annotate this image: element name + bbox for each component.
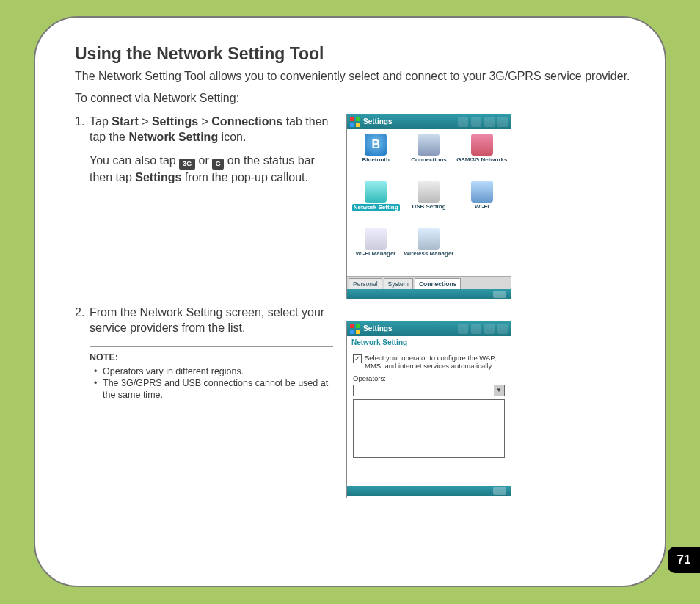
wireless-manager-label: Wireless Manager: [404, 251, 454, 257]
step-1-netset: Network Setting: [128, 131, 218, 143]
screenshot2-bottom-bar: [347, 486, 511, 496]
gsm-3g-icon: [471, 134, 493, 156]
keyboard-icon[interactable]: [493, 487, 506, 495]
titlebar-button[interactable]: [484, 117, 495, 127]
step-1-connections: Connections: [211, 115, 282, 128]
note-block: NOTE: Operators vary in different region…: [90, 346, 333, 408]
screenshot2-titlebar: Settings: [347, 321, 511, 336]
network-setting-label: Network Setting: [352, 204, 400, 211]
steps-list: 1. Tap Start > Settings > Connections ta…: [75, 114, 333, 408]
screenshot1-bottom-bar: [347, 289, 511, 299]
step-1-settings: Settings: [152, 115, 198, 128]
operators-label: Operators:: [353, 374, 505, 382]
gsm-3g-icon-item[interactable]: GSM/3G Networks: [456, 134, 508, 179]
screenshot1-title: Settings: [363, 117, 392, 125]
wifi-manager-icon: [365, 228, 387, 250]
keyboard-icon[interactable]: [493, 291, 506, 298]
page-number-tab: 71: [668, 547, 700, 573]
bluetooth-icon-item[interactable]: Bluetooth: [350, 134, 401, 179]
wireless-manager-icon-item[interactable]: Wireless Manager: [403, 228, 454, 273]
page-title: Using the Network Setting Tool: [75, 44, 631, 64]
close-icon[interactable]: [497, 117, 508, 127]
step-1-mid2: icon.: [218, 131, 246, 143]
bluetooth-label: Bluetooth: [362, 157, 390, 163]
connections-icon: [418, 134, 440, 156]
note-list: Operators vary in different regions. The…: [90, 365, 333, 401]
titlebar-button[interactable]: [458, 324, 468, 334]
manual-page: Using the Network Setting Tool The Netwo…: [34, 16, 666, 587]
usb-setting-icon: [418, 181, 440, 203]
note-bullet-1: Operators vary in different regions.: [94, 365, 333, 377]
titlebar-button[interactable]: [458, 117, 468, 127]
screenshot-network-setting: Settings Network Setting ✓ Select your o…: [346, 321, 511, 498]
titlebar-button[interactable]: [484, 324, 495, 334]
step-1-or: or: [195, 154, 212, 167]
step-1-settings2: Settings: [135, 171, 181, 183]
usb-setting-icon-item[interactable]: USB Setting: [403, 181, 454, 226]
ok-icon[interactable]: [497, 324, 508, 334]
tab-system[interactable]: System: [384, 278, 413, 289]
operators-dropdown[interactable]: ▼: [353, 385, 505, 396]
windows-start-icon[interactable]: [350, 324, 360, 334]
step-1: 1. Tap Start > Settings > Connections ta…: [75, 114, 333, 297]
step-1-line2c: from the pop-up callout.: [181, 171, 308, 183]
wifi-icon-item[interactable]: Wi-Fi: [456, 181, 508, 226]
step-1-start: Start: [112, 115, 138, 128]
note-bullet-2: The 3G/GPRS and USB connections cannot b…: [94, 377, 333, 401]
wifi-manager-icon-item[interactable]: Wi-Fi Manager: [350, 228, 401, 273]
auto-config-desc: Select your operator to configure the WA…: [365, 354, 505, 371]
left-column: 1. Tap Start > Settings > Connections ta…: [75, 114, 333, 498]
auto-config-checkbox[interactable]: ✓: [353, 354, 362, 363]
wifi-icon: [471, 181, 493, 203]
3g-icon: 3G: [179, 159, 195, 170]
connections-icon-item[interactable]: Connections: [403, 134, 454, 179]
windows-start-icon[interactable]: [350, 117, 360, 127]
gsm-3g-label: GSM/3G Networks: [456, 157, 507, 163]
network-setting-icon: [365, 181, 387, 203]
right-column: Settings Bluetooth Connections GSM/3G Ne…: [346, 114, 511, 498]
titlebar-button[interactable]: [471, 324, 481, 334]
step-1-line2a: You can also tap: [90, 154, 179, 167]
screenshot2-subheader: Network Setting: [347, 336, 511, 349]
usb-setting-label: USB Setting: [412, 204, 445, 210]
wifi-manager-label: Wi-Fi Manager: [356, 251, 396, 257]
step-1-number: 1.: [75, 114, 84, 130]
network-setting-icon-item[interactable]: Network Setting: [350, 181, 401, 226]
operators-dropdown-value: [354, 385, 494, 396]
settings-tabs: Personal System Connections: [347, 276, 511, 289]
step-1-gt2: >: [198, 115, 211, 128]
step-2: 2. From the Network Setting screen, sele…: [75, 305, 333, 408]
auto-config-row: ✓ Select your operator to configure the …: [353, 354, 505, 371]
tab-connections[interactable]: Connections: [415, 278, 461, 289]
tab-personal[interactable]: Personal: [349, 278, 382, 289]
screenshot1-titlebar: Settings: [347, 114, 511, 129]
titlebar-button[interactable]: [471, 117, 481, 127]
bluetooth-icon: [365, 134, 387, 156]
screenshot-settings-connections: Settings Bluetooth Connections GSM/3G Ne…: [346, 114, 511, 299]
wireless-manager-icon: [418, 228, 440, 250]
screenshot2-form: ✓ Select your operator to configure the …: [347, 349, 511, 486]
wifi-label: Wi-Fi: [475, 204, 489, 210]
lead-text: To connect via Network Setting:: [75, 92, 631, 105]
step-2-text: From the Network Setting screen, select …: [90, 306, 324, 335]
chevron-down-icon: ▼: [494, 385, 504, 396]
g-icon: G: [212, 159, 224, 170]
screenshot2-title: Settings: [363, 324, 392, 332]
note-label: NOTE:: [90, 352, 333, 364]
step-1-text-a: Tap: [90, 115, 112, 128]
step-1-gt1: >: [139, 115, 152, 128]
operators-listbox[interactable]: [353, 399, 505, 458]
connections-label: Connections: [411, 157, 446, 163]
settings-icon-grid: Bluetooth Connections GSM/3G Networks Ne…: [347, 129, 511, 276]
intro-text: The Network Setting Tool allows you to c…: [75, 68, 631, 84]
content-columns: 1. Tap Start > Settings > Connections ta…: [75, 114, 631, 498]
step-2-number: 2.: [75, 305, 84, 321]
